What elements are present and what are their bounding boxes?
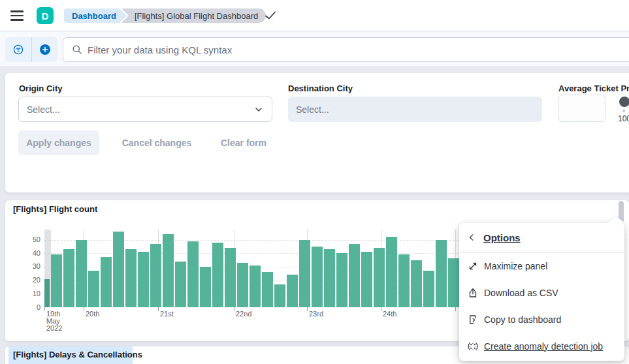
- chart-bar[interactable]: [436, 240, 447, 308]
- ml-icon: [468, 341, 478, 352]
- chevron-left-icon: [468, 234, 476, 241]
- chart-bar[interactable]: [274, 284, 286, 307]
- chart-bar[interactable]: [237, 263, 249, 307]
- y-axis-label: 50: [20, 235, 40, 243]
- chart-bar[interactable]: [113, 232, 125, 307]
- panel-options-menu: Options Maximize panel Download as CSV C…: [459, 223, 624, 361]
- chart-bar[interactable]: [51, 254, 63, 307]
- chart-bar[interactable]: [125, 249, 137, 307]
- breadcrumb: Dashboard [Flights] Global Flight Dashbo…: [64, 8, 266, 23]
- chart-bar[interactable]: [262, 272, 274, 307]
- origin-city-label: Origin City: [19, 83, 62, 93]
- apply-changes-button[interactable]: Apply changes: [18, 130, 99, 155]
- menu-item-label: Create anomaly detection job: [484, 341, 603, 352]
- x-axis-label: 20th: [86, 311, 99, 318]
- chart-bar[interactable]: [212, 243, 224, 307]
- menu-item-copy-to-dashboard[interactable]: Copy to dashboard: [459, 306, 624, 333]
- x-axis-tick: [84, 307, 84, 311]
- copy-icon: [468, 314, 478, 325]
- chart-bar[interactable]: [386, 237, 398, 307]
- price-slider-tick: [622, 110, 625, 112]
- chart-bar[interactable]: [398, 254, 410, 307]
- x-axis-label: 24th: [383, 311, 396, 318]
- menu-item-create-anomaly-detection-job[interactable]: Create anomaly detection job: [459, 333, 624, 359]
- destination-city-label: Destination City: [288, 83, 353, 93]
- deployment-logo[interactable]: D: [37, 7, 54, 24]
- average-ticket-price-label: Average Ticket Price: [558, 83, 629, 93]
- saved-filters-button[interactable]: [5, 37, 31, 62]
- chart-bar[interactable]: [287, 275, 298, 307]
- chart-bar[interactable]: [88, 271, 100, 307]
- chevron-down-icon: [253, 104, 264, 115]
- x-axis-tick: [455, 307, 456, 311]
- download-icon: [468, 288, 478, 298]
- chart-bar[interactable]: [225, 248, 236, 307]
- destination-city-select[interactable]: Select...: [288, 97, 542, 122]
- chart-bar[interactable]: [349, 244, 361, 307]
- origin-city-placeholder: Select...: [27, 104, 60, 115]
- chart-bar[interactable]: [101, 257, 112, 307]
- x-axis-tick: [307, 307, 308, 311]
- menu-item-download-csv[interactable]: Download as CSV: [459, 279, 624, 306]
- y-axis-label: 0: [20, 303, 40, 311]
- chart-bar[interactable]: [200, 267, 212, 307]
- chart-bar[interactable]: [76, 240, 88, 308]
- maximize-icon: [468, 261, 478, 271]
- cancel-changes-button[interactable]: Cancel changes: [118, 130, 196, 155]
- average-ticket-price-input[interactable]: [558, 95, 605, 122]
- menu-header-label: Options: [483, 232, 521, 243]
- chart-bar[interactable]: [448, 258, 460, 307]
- kql-search-input[interactable]: [88, 44, 629, 55]
- x-axis-label: 21st: [160, 311, 174, 318]
- destination-city-placeholder: Select...: [296, 104, 329, 115]
- chart-bar[interactable]: [299, 240, 311, 308]
- x-axis-label: 22nd: [236, 311, 251, 318]
- chart-bar[interactable]: [336, 253, 348, 307]
- chart-bar[interactable]: [312, 247, 323, 307]
- chart-bar[interactable]: [411, 260, 423, 307]
- chart-bar[interactable]: [423, 271, 435, 307]
- chart-bar[interactable]: [138, 252, 150, 307]
- top-navigation-bar: D Dashboard [Flights] Global Flight Dash…: [0, 0, 629, 31]
- x-axis-tick: [44, 307, 45, 311]
- filter-icon: [13, 44, 24, 55]
- search-icon: [72, 44, 82, 55]
- chart-bar[interactable]: [374, 248, 385, 307]
- y-axis-label: 30: [20, 262, 40, 270]
- chart-bar[interactable]: [175, 262, 187, 307]
- check-icon[interactable]: [264, 10, 277, 22]
- filter-controls-group: [5, 37, 57, 62]
- chart-bar[interactable]: [163, 234, 174, 307]
- x-axis-label: 19th May 2022: [46, 311, 62, 332]
- menu-item-maximize-panel[interactable]: Maximize panel: [459, 252, 624, 279]
- origin-city-select[interactable]: Select...: [18, 97, 272, 122]
- x-axis-tick: [381, 307, 381, 311]
- breadcrumb-dashboard[interactable]: Dashboard: [64, 8, 127, 23]
- menu-back-options[interactable]: Options: [459, 223, 624, 252]
- clear-form-button[interactable]: Clear form: [213, 130, 274, 155]
- chart-bar[interactable]: [324, 249, 336, 307]
- y-axis-label: 40: [20, 249, 40, 257]
- chart-bar[interactable]: [250, 265, 261, 307]
- price-slider-min-label: 100: [617, 114, 629, 123]
- y-axis-label: 10: [20, 290, 40, 297]
- chart-bar[interactable]: [361, 252, 373, 307]
- breadcrumb-current-dashboard[interactable]: [Flights] Global Flight Dashboard: [121, 8, 266, 23]
- menu-hamburger-icon[interactable]: [10, 8, 26, 23]
- add-filter-button[interactable]: [31, 37, 57, 62]
- menu-item-label: Copy to dashboard: [484, 314, 561, 325]
- chart-bar[interactable]: [63, 249, 75, 307]
- menu-item-label: Maximize panel: [484, 261, 547, 271]
- chart-bar[interactable]: [187, 241, 199, 307]
- chart-bar[interactable]: [44, 279, 50, 307]
- kql-search-box: [63, 37, 629, 62]
- delays-panel-title: [Flights] Delays & Cancellations: [10, 350, 145, 359]
- dashboard-controls-panel: Origin City Select... Destination City S…: [5, 73, 629, 192]
- flight-count-panel-title: [Flights] Flight count: [10, 204, 100, 214]
- popover-arrow: [607, 216, 625, 223]
- price-slider-handle[interactable]: [619, 97, 629, 107]
- chart-bar[interactable]: [150, 244, 162, 307]
- x-axis-tick: [234, 307, 234, 311]
- y-axis-label: 20: [20, 276, 40, 284]
- menu-item-label: Download as CSV: [484, 288, 558, 298]
